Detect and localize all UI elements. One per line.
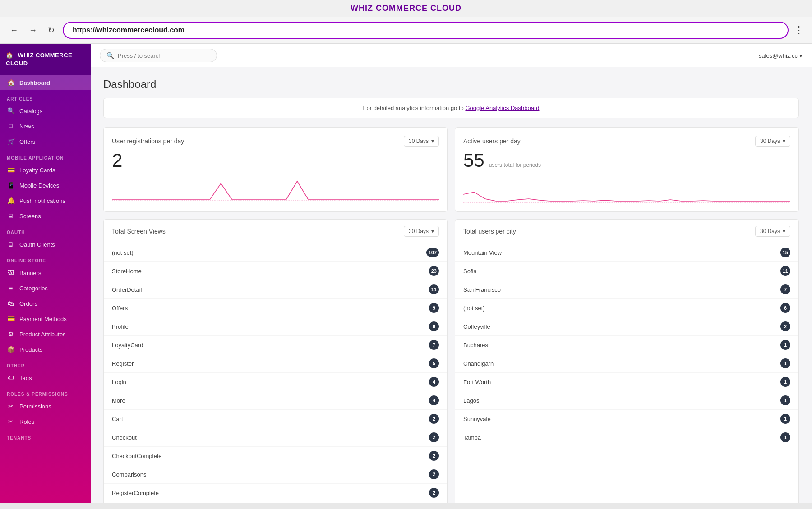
app-wrapper: 🏠 WHIZ COMMERCE CLOUD 🏠 Dashboard ARTICL… — [0, 44, 812, 503]
table-row: RegisterComplete2 — [104, 484, 447, 502]
sidebar-item-loyalty-cards[interactable]: 💳 Loyalty Cards — [0, 162, 91, 178]
sidebar-section-online-store: ONLINE STORE — [0, 252, 91, 265]
users-per-city-title: Total users per city — [463, 228, 516, 235]
sidebar-item-categories[interactable]: ≡ Categories — [0, 280, 91, 296]
sidebar-item-catalogs[interactable]: 🔍 Catalogs — [0, 103, 91, 119]
row-count: 1 — [780, 358, 790, 368]
user-menu-caret: ▾ — [799, 52, 803, 59]
sidebar-label-product-attributes: Product Attributes — [19, 331, 66, 338]
users-per-city-card: Total users per city 30 Days ▾ Mountain … — [455, 219, 799, 503]
sidebar-item-screens[interactable]: 🖥 Screens — [0, 208, 91, 224]
row-count: 2 — [429, 488, 439, 498]
row-label: Cart — [112, 416, 123, 422]
row-count: 1 — [780, 340, 790, 350]
sidebar-item-tags[interactable]: 🏷 Tags — [0, 370, 91, 385]
sidebar-item-orders[interactable]: 🛍 Orders — [0, 296, 91, 311]
sidebar-label-news: News — [19, 123, 34, 130]
user-menu[interactable]: sales@whiz.cc ▾ — [759, 52, 803, 59]
row-label: Offers — [112, 305, 128, 312]
oauth-icon: 🖥 — [7, 241, 15, 248]
table-row: Comparisons2 — [104, 465, 447, 484]
active-users-chart — [463, 176, 790, 203]
sidebar-item-products[interactable]: 📦 Products — [0, 342, 91, 357]
registrations-count: 2 — [112, 151, 439, 170]
users-per-city-list: Mountain View15Sofia11San Francisco7(not… — [455, 243, 798, 446]
browser-menu-button[interactable]: ⋮ — [794, 24, 805, 36]
roles-icon: ✂ — [7, 418, 15, 425]
bell-icon: 🔔 — [7, 197, 15, 204]
sidebar-label-tags: Tags — [19, 375, 32, 381]
row-count: 1 — [780, 414, 790, 424]
row-count: 5 — [429, 358, 439, 368]
row-label: (not set) — [112, 249, 134, 256]
row-count: 11 — [780, 266, 790, 276]
row-count: 7 — [780, 284, 790, 294]
row-label: LoyaltyCard — [112, 342, 143, 349]
sidebar-item-product-attributes[interactable]: ⚙ Product Attributes — [0, 326, 91, 342]
page-title: Dashboard — [103, 78, 799, 91]
address-bar[interactable] — [63, 22, 789, 39]
permissions-icon: ✂ — [7, 403, 15, 410]
sidebar-item-push-notifications[interactable]: 🔔 Push notifications — [0, 193, 91, 208]
forward-button[interactable]: → — [26, 24, 40, 37]
sidebar-item-offers[interactable]: 🛒 Offers — [0, 134, 91, 149]
users-per-city-period-label: 30 Days — [760, 228, 780, 234]
row-label: Bucharest — [463, 342, 490, 349]
table-row: More4 — [104, 391, 447, 410]
row-count: 11 — [429, 284, 439, 294]
row-count: 4 — [429, 377, 439, 387]
browser-nav-bar: ← → ↻ ⋮ — [0, 17, 812, 44]
sidebar-label-permissions: Permissions — [19, 403, 51, 410]
sidebar-item-oauth-clients[interactable]: 🖥 Oauth Clients — [0, 237, 91, 252]
screen-views-title: Total Screen Views — [112, 228, 166, 235]
search-box[interactable]: 🔍 — [100, 49, 217, 62]
active-users-card: Active users per day 30 Days ▾ 55 users … — [455, 127, 799, 212]
sidebar-item-news[interactable]: 🖥 News — [0, 119, 91, 134]
row-count: 2 — [429, 451, 439, 461]
analytics-text: For detailed analytics information go to — [363, 105, 464, 111]
sidebar-label-payment-methods: Payment Methods — [19, 316, 67, 322]
back-button[interactable]: ← — [7, 24, 21, 37]
sidebar-item-dashboard[interactable]: 🏠 Dashboard — [0, 75, 91, 90]
table-row: Lagos1 — [455, 391, 798, 410]
tags-icon: 🏷 — [7, 374, 15, 381]
sidebar-item-mobile-devices[interactable]: 📱 Mobile Devices — [0, 178, 91, 193]
row-count: 2 — [780, 321, 790, 331]
row-label: RegisterComplete — [112, 490, 159, 496]
row-count: 1 — [780, 432, 790, 442]
active-users-period-dropdown[interactable]: 30 Days ▾ — [755, 136, 790, 147]
sidebar-item-payment-methods[interactable]: 💳 Payment Methods — [0, 311, 91, 326]
row-count: 4 — [429, 395, 439, 405]
search-icon: 🔍 — [106, 52, 114, 59]
registrations-period-dropdown[interactable]: 30 Days ▾ — [404, 136, 439, 147]
sidebar-logo-text: WHIZ COMMERCE CLOUD — [6, 52, 72, 67]
table-row: Tampa1 — [455, 428, 798, 446]
row-count: 1 — [780, 395, 790, 405]
row-count: 2 — [429, 414, 439, 424]
sidebar-label-categories: Categories — [19, 285, 48, 292]
row-label: (not set) — [463, 305, 485, 312]
news-icon: 🖥 — [7, 123, 15, 130]
sidebar-item-banners[interactable]: 🖼 Banners — [0, 265, 91, 280]
sidebar-item-permissions[interactable]: ✂ Permissions — [0, 399, 91, 414]
screen-views-card: Total Screen Views 30 Days ▾ (not set)10… — [103, 219, 448, 503]
product-attributes-icon: ⚙ — [7, 330, 15, 338]
registrations-card-header: User registrations per day 30 Days ▾ — [112, 136, 439, 147]
reload-button[interactable]: ↻ — [45, 23, 57, 37]
active-users-card-title: Active users per day — [463, 138, 521, 145]
users-per-city-period-dropdown[interactable]: 30 Days ▾ — [755, 226, 790, 237]
screen-views-period-label: 30 Days — [409, 228, 429, 234]
row-label: CheckoutComplete — [112, 453, 162, 459]
row-label: Register — [112, 360, 134, 367]
table-row: Cart2 — [104, 410, 447, 428]
row-label: Chandigarh — [463, 360, 494, 367]
sidebar-item-roles[interactable]: ✂ Roles — [0, 414, 91, 429]
screen-views-period-dropdown[interactable]: 30 Days ▾ — [404, 226, 439, 237]
analytics-link[interactable]: Google Analytics Dashboard — [465, 105, 539, 111]
table-row: LoyaltyCard7 — [104, 336, 447, 354]
table-row: CheckoutComplete2 — [104, 447, 447, 465]
row-label: Lagos — [463, 397, 479, 404]
search-input[interactable] — [118, 52, 210, 59]
table-row: Login4 — [104, 373, 447, 391]
row-count: 8 — [429, 321, 439, 331]
